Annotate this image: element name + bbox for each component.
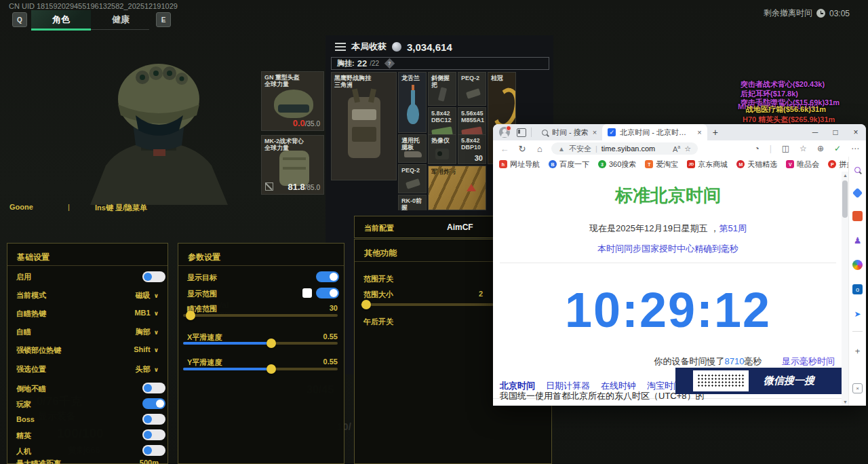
wechat-banner[interactable]: 微信搜一搜 xyxy=(675,368,843,394)
games-icon[interactable]: ♟ xyxy=(852,235,863,246)
bookmark-item[interactable]: T爱淘宝 xyxy=(645,159,678,170)
helmet-durability: 0.0 xyxy=(293,118,305,128)
minimize-button[interactable]: ─ xyxy=(805,128,825,137)
player-toggle[interactable] xyxy=(142,398,165,409)
esp-line: H70 精英头盔($265.9k)31m xyxy=(743,115,835,125)
taobao-icon: T xyxy=(645,160,653,168)
collections-icon[interactable]: ⊕ xyxy=(817,144,824,153)
aim-select[interactable]: 胸部∨ xyxy=(136,327,159,337)
refresh-icon[interactable]: ↻ xyxy=(513,144,531,154)
player-name: Goone xyxy=(9,203,33,211)
esp-line: 战地医疗箱($56.6k)31m xyxy=(746,104,826,115)
item-explosive[interactable]: 军用炸药 xyxy=(428,166,486,210)
row-lockpos-label: 强选位置 xyxy=(16,364,46,374)
outlook-icon[interactable]: o xyxy=(852,284,863,294)
sidebar-add-icon[interactable]: + xyxy=(852,346,863,356)
read-aloud-icon[interactable]: Aa xyxy=(673,144,680,153)
esp-line: 突击者战术背心($20.43k) xyxy=(741,79,825,90)
help-diamond-icon[interactable]: ? xyxy=(384,58,395,69)
loot-amount: 3,034,614 xyxy=(407,41,452,53)
aimkey-select[interactable]: MB1∨ xyxy=(134,309,159,317)
browser-essentials-icon[interactable]: ◔ xyxy=(754,144,759,153)
sync-link[interactable]: 本时间同步国家授时中心精确到毫秒 xyxy=(597,244,738,254)
row-downed-label: 倒地不瞄 xyxy=(16,384,46,394)
aim-range-slider[interactable] xyxy=(183,314,338,317)
range-size-slider[interactable] xyxy=(361,303,494,306)
favorites-icon[interactable]: ☆ xyxy=(800,144,807,153)
item-cheekpad[interactable]: 通用托腮板 xyxy=(398,134,427,163)
back-icon[interactable]: ← xyxy=(496,144,513,154)
new-tab-button[interactable]: + xyxy=(713,127,718,138)
hotkey-q: Q xyxy=(12,12,27,27)
bookmark-item[interactable]: B百度一下 xyxy=(549,159,589,170)
vip-icon: V xyxy=(786,160,794,168)
password-check-icon[interactable]: ✓ xyxy=(834,144,841,153)
bookmark-item[interactable]: JD京东商城 xyxy=(687,159,728,170)
item-peq[interactable]: PEQ-2 xyxy=(458,72,486,106)
favorite-star-icon[interactable]: ☆ xyxy=(684,144,691,153)
bookmark-item[interactable]: h网址导航 xyxy=(499,159,540,170)
item-grip[interactable]: 斜侧握把 xyxy=(428,72,456,106)
sidebar-close-icon[interactable]: × xyxy=(852,383,863,393)
profile-avatar[interactable] xyxy=(499,127,510,138)
boss-toggle[interactable] xyxy=(142,414,165,425)
item-grip-label: 斜侧握把 xyxy=(431,75,454,89)
elite-toggle[interactable] xyxy=(142,429,165,440)
equip-vest-tile[interactable]: MK-2战术背心 全球力量 81.8/85.0 xyxy=(261,135,324,195)
item-chestrig[interactable]: 黑鹰野战胸挂 三角洲 xyxy=(331,72,397,180)
notification-dot xyxy=(506,125,511,131)
lockpos-select[interactable]: 头部∨ xyxy=(136,364,159,374)
downed-toggle[interactable] xyxy=(142,383,165,393)
helmet-durability-max: /35.0 xyxy=(305,120,320,128)
separator: | xyxy=(68,203,70,211)
item-peq2[interactable]: PEQ-2 xyxy=(398,164,427,193)
show-ms-link[interactable]: 显示毫秒时间 xyxy=(782,356,835,366)
show-range-toggle[interactable] xyxy=(316,288,339,298)
show-target-toggle[interactable] xyxy=(316,271,339,282)
address-bar[interactable]: ▲ 不安全 | time.syiban.com Aa ☆ xyxy=(551,142,698,155)
evac-time: 03:05 xyxy=(829,9,850,18)
panel-basic-title: 基础设置 xyxy=(17,252,50,263)
y-smooth-slider[interactable] xyxy=(183,368,338,370)
tab2-close-icon[interactable]: × xyxy=(697,128,701,136)
enable-toggle[interactable] xyxy=(142,271,165,282)
ammo1-caliber: 5.8x42 xyxy=(431,110,450,117)
close-button[interactable]: × xyxy=(846,128,866,137)
tab-actions-icon[interactable] xyxy=(517,128,526,137)
lockkey-select[interactable]: Shift∨ xyxy=(134,345,159,353)
equip-helmet-tile[interactable]: GN 重型头盔 全球力量 0.0/35.0 xyxy=(261,71,324,131)
item-ammo-dbp10[interactable]: 5.8x42 DBP10 30 xyxy=(458,134,486,164)
tools-icon[interactable] xyxy=(852,211,863,221)
tab1-close-icon[interactable]: × xyxy=(593,128,597,136)
week-link[interactable]: 第51周 xyxy=(719,223,746,233)
split-screen-icon[interactable]: ◫ xyxy=(782,144,789,153)
range-color-swatch[interactable] xyxy=(302,288,312,298)
tab-health[interactable]: 健康 xyxy=(91,10,151,28)
drop-icon[interactable]: ➤ xyxy=(852,309,863,319)
maximize-button[interactable]: □ xyxy=(825,128,846,137)
peq-art xyxy=(466,88,481,99)
sync-line: 本时间同步国家授时中心精确到毫秒 xyxy=(493,243,843,255)
home-icon[interactable]: ⌂ xyxy=(531,144,549,154)
browser-tab-beijing-time[interactable]: ✓ 北京时间 - 北京时间校准精确到 × xyxy=(602,124,707,140)
bookmark-item[interactable]: M天猫精选 xyxy=(736,159,777,170)
row-x-smooth-label: X平滑速度 xyxy=(187,332,222,343)
item-tequila[interactable]: 龙舌兰 xyxy=(398,72,427,133)
settings-more-icon[interactable]: ⋯ xyxy=(851,144,859,153)
bookmark-item[interactable]: 3360搜索 xyxy=(598,159,636,170)
x-smooth-slider[interactable] xyxy=(183,342,338,345)
crate-warning xyxy=(467,184,476,191)
item-rk0[interactable]: RK-0前握 xyxy=(398,195,427,210)
browser-tab-search[interactable]: 时间 - 搜索 × xyxy=(536,124,602,140)
item-thermal[interactable]: 热像仪 xyxy=(428,134,456,164)
shopping-tag-icon[interactable] xyxy=(852,188,863,199)
scrollbar-thumb[interactable] xyxy=(842,180,848,218)
bookmark-item[interactable]: V唯品会 xyxy=(786,159,819,170)
copilot-icon[interactable] xyxy=(852,260,863,270)
item-rk0-label: RK-0前握 xyxy=(401,197,424,210)
sidebar-search-icon[interactable] xyxy=(852,165,863,175)
bot-toggle[interactable] xyxy=(142,445,165,456)
mode-select[interactable]: 磁吸∨ xyxy=(136,290,159,301)
y-smooth-value: 0.55 xyxy=(323,357,338,366)
tab-character[interactable]: 角色 xyxy=(31,10,91,28)
